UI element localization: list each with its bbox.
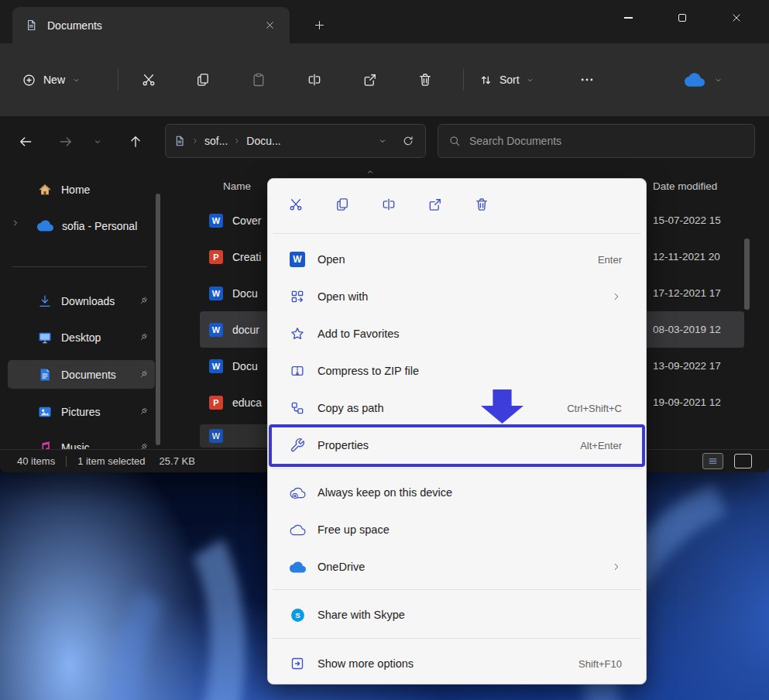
copy-button[interactable] [325,188,359,221]
cut-icon [141,72,156,88]
sidebar-item-label: sofia - Personal [62,220,137,232]
up-button[interactable] [121,127,150,156]
menu-item-open[interactable]: W Open Enter [272,241,642,278]
menu-item-label: Open [318,253,345,266]
chevron-right-icon [233,137,241,145]
sidebar-item-pictures[interactable]: Pictures [8,397,155,426]
search-icon [448,135,461,147]
column-header-name[interactable]: Name [223,180,251,192]
onedrive-cloud-icon [289,559,306,575]
address-bar[interactable]: sof... Docu... [165,124,426,158]
minimize-button[interactable] [610,2,646,34]
breadcrumb-segment[interactable]: Docu... [246,135,280,147]
sort-icon [479,73,493,88]
ellipsis-icon [579,72,595,88]
delete-icon [474,197,489,212]
cut-button[interactable] [279,188,313,221]
menu-item-properties[interactable]: Properties Alt+Enter [272,427,642,464]
menu-item-show-more-options[interactable]: Show more options Shift+F10 [272,645,642,682]
sidebar-scrollbar[interactable] [156,194,160,445]
sort-ascending-icon [366,167,375,177]
sidebar-item-label: Downloads [61,295,115,307]
menu-item-label: Open with [318,290,368,303]
menu-item-copy-as-path[interactable]: Copy as path Ctrl+Shift+C [272,389,642,427]
chevron-right-icon [611,561,622,572]
delete-button[interactable] [410,64,441,95]
menu-item-add-to-favorites[interactable]: Add to Favorites [272,315,642,352]
menu-item-onedrive[interactable]: OneDrive [272,548,642,585]
copy-button[interactable] [187,64,218,95]
onedrive-status-button[interactable] [680,64,727,95]
sidebar-item-label: Music [61,441,90,450]
sidebar-item-downloads[interactable]: Downloads [8,287,155,315]
chevron-down-icon [526,76,534,84]
menu-item-compress-to-zip[interactable]: Compress to ZIP file [272,352,642,389]
close-button[interactable] [719,2,754,34]
navigation-bar: sof... Docu... [0,116,769,166]
sidebar-item-label: Desktop [61,331,101,344]
details-view-button[interactable] [702,453,723,469]
status-divider [66,456,67,467]
minimize-icon [624,17,633,18]
document-icon [173,135,186,147]
back-button[interactable] [11,127,40,156]
breadcrumb-segment[interactable]: sof... [204,135,228,147]
chevron-down-icon [72,76,81,84]
sidebar-item-documents[interactable]: Documents [8,360,155,389]
menu-item-open-with[interactable]: Open with [272,278,642,315]
back-arrow-icon [18,134,33,149]
address-dropdown-button[interactable] [372,136,393,146]
new-button[interactable]: New [14,64,88,95]
see-more-button[interactable] [572,64,602,95]
forward-button[interactable] [51,127,81,156]
search-input[interactable] [469,135,744,147]
copy-path-icon [289,400,306,416]
chevron-right-icon [191,137,199,145]
rename-icon [307,72,322,88]
refresh-button[interactable] [399,135,417,147]
sidebar-item-desktop[interactable]: Desktop [8,323,155,352]
recent-locations-button[interactable] [87,127,108,156]
menu-item-free-up-space[interactable]: Free up space [272,511,642,548]
menu-item-always-keep-on-device[interactable]: Always keep on this device [272,474,642,511]
sidebar-item-onedrive-personal[interactable]: sofia - Personal [8,211,155,240]
svg-text:S: S [295,611,300,619]
sort-button[interactable]: Sort [474,64,539,95]
file-date-modified: 15-07-2022 15 [653,214,752,226]
pin-icon [139,369,149,379]
file-date-modified: 13-09-2022 17 [653,360,752,372]
rename-button[interactable] [372,188,406,221]
word-file-icon: W [209,429,223,443]
menu-item-label: Properties [318,439,369,451]
forward-arrow-icon [58,134,74,149]
share-button[interactable] [418,188,452,221]
downloads-icon [37,293,53,309]
new-tab-button[interactable] [308,14,330,36]
menu-item-label: Free up space [318,523,390,536]
thumbnail-view-button[interactable] [734,454,752,468]
file-date-modified: 17-12-2021 17 [653,287,752,299]
rename-button[interactable] [299,64,330,95]
sidebar-item-home[interactable]: Home [8,175,155,204]
maximize-button[interactable] [664,2,700,34]
cut-button[interactable] [133,64,164,95]
paste-button[interactable] [243,64,274,95]
rename-icon [381,197,397,212]
share-button[interactable] [355,64,386,95]
maximize-icon [678,14,686,22]
tab-close-icon[interactable] [259,15,280,36]
sidebar-item-music[interactable]: Music [8,433,155,449]
menu-item-share-with-skype[interactable]: S Share with Skype [272,596,642,633]
delete-button[interactable] [465,188,499,221]
item-count: 40 items [17,455,55,467]
file-list-scrollbar[interactable] [744,238,750,310]
sidebar: Home sofia - Personal Downloads Desktop … [0,166,163,449]
document-icon [25,19,38,32]
menu-separator [273,468,641,469]
column-header-date-modified[interactable]: Date modified [653,180,717,192]
up-arrow-icon [128,134,143,149]
command-bar: New Sort [0,43,769,116]
skype-icon: S [289,607,306,623]
cut-icon [288,197,304,212]
tab-documents[interactable]: Documents [12,7,290,43]
